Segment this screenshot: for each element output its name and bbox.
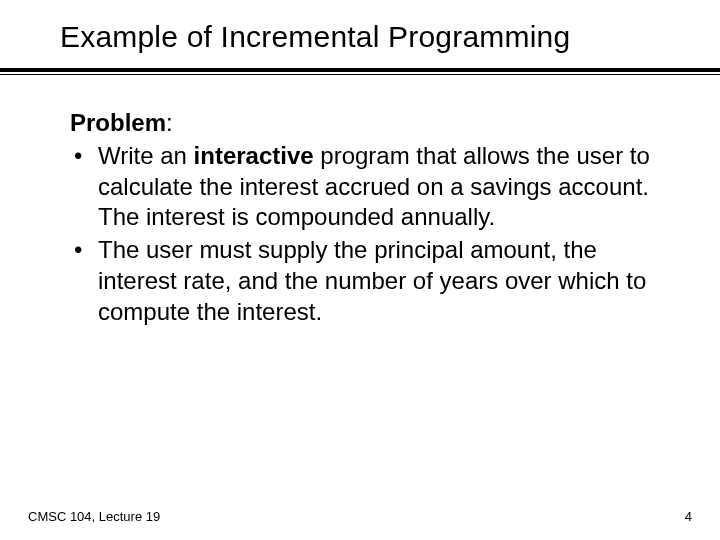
slide: Example of Incremental Programming Probl…: [0, 0, 720, 540]
bullet2-text: The user must supply the principal amoun…: [98, 236, 646, 324]
bullet-list: Write an interactive program that allows…: [70, 141, 650, 327]
bullet1-bold: interactive: [194, 142, 314, 169]
slide-title: Example of Incremental Programming: [60, 20, 690, 54]
footer-left: CMSC 104, Lecture 19: [28, 509, 160, 524]
problem-heading-bold: Problem: [70, 109, 166, 136]
page-number: 4: [685, 509, 692, 524]
slide-footer: CMSC 104, Lecture 19 4: [0, 509, 720, 524]
problem-heading: Problem:: [70, 109, 650, 137]
bullet1-pre: Write an: [98, 142, 194, 169]
list-item: The user must supply the principal amoun…: [70, 235, 650, 327]
slide-body: Problem: Write an interactive program th…: [0, 75, 720, 327]
title-rule: [0, 68, 720, 75]
title-area: Example of Incremental Programming: [0, 0, 720, 60]
list-item: Write an interactive program that allows…: [70, 141, 650, 233]
problem-heading-colon: :: [166, 109, 173, 136]
rule-thick: [0, 68, 720, 72]
